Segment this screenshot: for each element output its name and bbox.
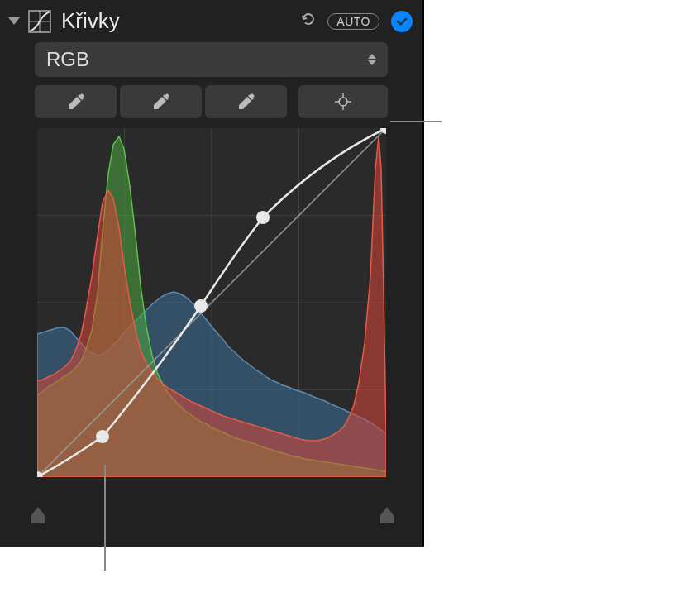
- eyedropper-gray-button[interactable]: [120, 85, 202, 118]
- callout-line: [104, 465, 106, 571]
- svg-point-18: [256, 211, 270, 224]
- disclosure-triangle-icon[interactable]: [8, 17, 20, 25]
- callout-line: [390, 121, 442, 122]
- auto-button[interactable]: AUTO: [327, 13, 379, 30]
- reset-icon[interactable]: [299, 10, 317, 33]
- eyedropper-icon: [66, 92, 86, 112]
- controls-area: RGB: [0, 42, 422, 477]
- panel-title: Křivky: [61, 8, 293, 34]
- histogram-curves-area[interactable]: [37, 128, 386, 477]
- eyedropper-icon: [151, 92, 171, 112]
- tool-row: [35, 85, 388, 118]
- eyedropper-icon: [236, 92, 256, 112]
- svg-point-17: [194, 299, 208, 313]
- target-icon: [333, 92, 353, 112]
- eyedropper-black-button[interactable]: [35, 85, 117, 118]
- curves-icon: [28, 10, 51, 33]
- white-point-slider[interactable]: [380, 507, 394, 523]
- channel-dropdown[interactable]: RGB: [35, 42, 388, 77]
- eyedropper-white-button[interactable]: [205, 85, 287, 118]
- svg-point-16: [96, 430, 109, 443]
- panel-header: Křivky AUTO: [0, 0, 422, 42]
- dropdown-selected-label: RGB: [46, 48, 89, 71]
- dropdown-arrows-icon: [368, 54, 376, 65]
- black-point-slider[interactable]: [31, 507, 45, 523]
- curves-panel: Křivky AUTO RGB: [0, 0, 424, 547]
- apply-check-icon[interactable]: [391, 11, 413, 32]
- svg-point-3: [339, 98, 347, 106]
- add-point-button[interactable]: [298, 85, 388, 118]
